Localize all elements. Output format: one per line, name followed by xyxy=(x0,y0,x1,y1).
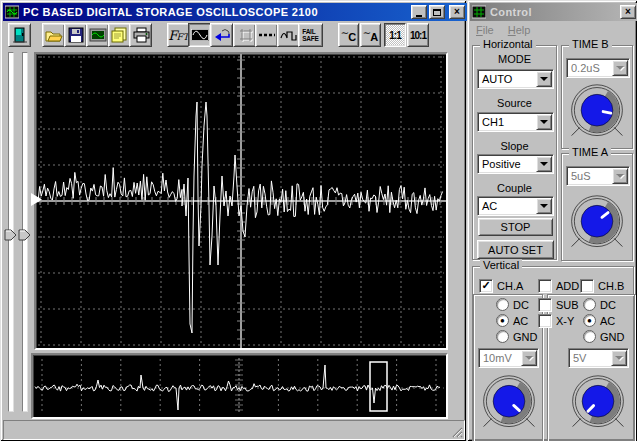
ch-b-position-slider-thumb[interactable] xyxy=(18,229,31,241)
stop-button[interactable]: STOP xyxy=(478,218,553,236)
control-close-button[interactable]: × xyxy=(620,5,636,19)
overview-display xyxy=(31,353,448,419)
ch-b-range-select[interactable]: 5V xyxy=(568,348,629,368)
fail-safe-button[interactable]: FAILSAFE xyxy=(298,23,323,47)
printer-icon xyxy=(132,27,150,43)
resize-grip[interactable] xyxy=(450,425,463,438)
couple-value: AC xyxy=(478,200,536,212)
add-checkbox-label: ADD xyxy=(556,280,579,292)
status-bar xyxy=(3,420,465,440)
main-display xyxy=(34,52,448,350)
ch-a-checkbox[interactable]: ✓ CH.A xyxy=(479,279,523,293)
close-button[interactable]: × xyxy=(449,5,465,19)
ch-b-checkbox[interactable]: CH.B xyxy=(580,279,624,293)
time-a-select[interactable]: 5uS xyxy=(566,166,630,186)
slope-value: Positive xyxy=(478,158,536,170)
slope-dropdown-arrow[interactable] xyxy=(536,156,552,172)
mode-select[interactable]: AUTO xyxy=(477,69,554,89)
ch-a-dc-label: DC xyxy=(513,299,529,311)
source-dropdown-arrow[interactable] xyxy=(536,114,552,130)
waveform-display-button[interactable] xyxy=(188,23,211,47)
wave-a-icon: ∼A xyxy=(363,28,378,43)
notes-button[interactable] xyxy=(108,23,131,47)
ch-a-range-arrow xyxy=(521,350,537,366)
horizontal-group-label: Horizontal xyxy=(480,38,536,50)
mode-label: MODE xyxy=(473,53,556,65)
source-select[interactable]: CH1 xyxy=(477,112,554,132)
fft-button[interactable]: FFT xyxy=(167,23,190,47)
ch-a-dc-radio-circle xyxy=(496,298,509,311)
auto-set-button[interactable]: AUTO SET xyxy=(477,240,554,259)
control-titlebar[interactable]: Control × xyxy=(470,3,637,21)
menu-file[interactable]: File xyxy=(476,24,494,36)
ch-b-gnd-radio-circle xyxy=(583,330,596,343)
ch-b-dc-radio[interactable]: DC xyxy=(583,298,616,311)
add-checkbox[interactable]: ADD xyxy=(536,279,581,293)
screen-capture-icon xyxy=(89,28,107,43)
blue-arrow-wave-icon xyxy=(213,28,231,42)
recall-waveform-button[interactable] xyxy=(210,23,233,47)
save-button[interactable] xyxy=(64,23,87,47)
sub-checkbox[interactable]: SUB xyxy=(536,298,581,312)
exit-button[interactable] xyxy=(8,23,31,47)
desktop: PC BASED DIGITAL STORAGE OSCILLOSCOPE 21… xyxy=(0,0,637,441)
ch-a-gnd-radio[interactable]: GND xyxy=(496,330,537,343)
time-b-knob[interactable] xyxy=(568,83,626,141)
control-app-icon xyxy=(472,5,486,19)
slope-select[interactable]: Positive xyxy=(477,154,554,174)
ch-a-dc-radio[interactable]: DC xyxy=(496,298,529,311)
minimize-button[interactable] xyxy=(411,5,427,19)
couple-label: Couple xyxy=(473,182,556,194)
capture-display-button[interactable] xyxy=(86,23,109,47)
source-value: CH1 xyxy=(478,116,536,128)
ch-b-ac-radio[interactable]: ● AC xyxy=(583,314,615,327)
time-a-group: TIME A 5uS xyxy=(561,153,633,261)
probe-1-1-button[interactable]: 1:1 xyxy=(384,23,406,47)
time-a-value: 5uS xyxy=(567,170,612,182)
ch-a-checkbox-box: ✓ xyxy=(479,279,493,293)
grid-icon xyxy=(236,27,254,43)
print-button[interactable] xyxy=(129,23,152,47)
trigger-wave-button[interactable] xyxy=(277,23,300,47)
couple-dropdown-arrow[interactable] xyxy=(536,198,552,214)
main-titlebar[interactable]: PC BASED DIGITAL STORAGE OSCILLOSCOPE 21… xyxy=(3,3,467,21)
ch-b-checkbox-label: CH.B xyxy=(598,280,624,292)
probe-10-1-button[interactable]: 10:1 xyxy=(407,23,429,47)
sub-checkbox-label: SUB xyxy=(556,299,579,311)
time-a-label: TIME A xyxy=(569,146,611,158)
couple-select[interactable]: AC xyxy=(477,196,554,216)
time-a-knob[interactable] xyxy=(568,194,626,252)
trigger-level-marker[interactable] xyxy=(30,192,43,207)
ch-a-position-slider-thumb[interactable] xyxy=(4,229,17,241)
window-title: PC BASED DIGITAL STORAGE OSCILLOSCOPE 21… xyxy=(23,6,318,18)
ch-a-ac-radio[interactable]: ● AC xyxy=(496,314,528,327)
ch-b-gain-knob[interactable] xyxy=(569,374,627,432)
time-b-select[interactable]: 0.2uS xyxy=(566,58,630,78)
control-window: Control × File Help Horizontal MODE AUTO… xyxy=(467,0,637,441)
ch-b-ac-radio-circle: ● xyxy=(583,314,596,327)
xy-checkbox-box xyxy=(538,314,552,328)
menu-help[interactable]: Help xyxy=(508,24,531,36)
xy-checkbox[interactable]: X-Y xyxy=(536,314,576,328)
coupling-c-button[interactable]: ∼C xyxy=(338,23,359,47)
horizontal-group: Horizontal MODE AUTO Source CH1 Slope Po… xyxy=(472,45,557,260)
slope-label: Slope xyxy=(473,140,556,152)
mode-value: AUTO xyxy=(478,73,536,85)
time-a-dropdown-arrow xyxy=(612,168,628,184)
ch-b-range-arrow xyxy=(611,350,627,366)
grid-toggle-button[interactable] xyxy=(233,23,256,47)
ch-b-gnd-label: GND xyxy=(600,331,624,343)
mode-dropdown-arrow[interactable] xyxy=(536,71,552,87)
open-button[interactable] xyxy=(42,23,65,47)
ch-a-range-select[interactable]: 10mV xyxy=(478,348,539,368)
ch-b-gnd-radio[interactable]: GND xyxy=(583,330,624,343)
vertical-group-label: Vertical xyxy=(480,259,522,271)
ch-a-ac-label: AC xyxy=(513,315,528,327)
open-folder-icon xyxy=(45,28,63,43)
ch-a-gain-knob[interactable] xyxy=(480,374,538,432)
dotted-line-button[interactable] xyxy=(255,23,278,47)
time-b-dropdown-arrow xyxy=(612,60,628,76)
coupling-a-button[interactable]: ∼A xyxy=(360,23,381,47)
maximize-button[interactable] xyxy=(429,5,445,19)
time-b-group: TIME B 0.2uS xyxy=(561,45,633,149)
